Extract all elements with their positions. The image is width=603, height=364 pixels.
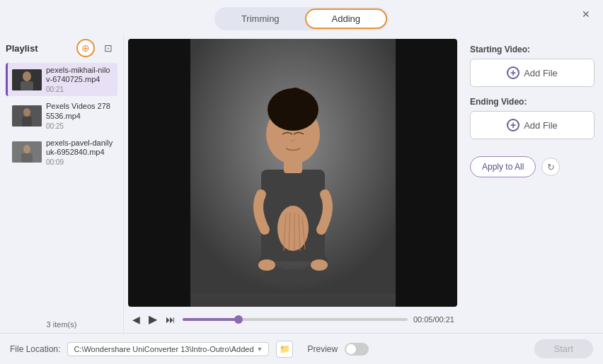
open-folder-button[interactable]: 📁 bbox=[276, 341, 293, 358]
dropdown-chevron-icon: ▼ bbox=[257, 346, 263, 353]
tabs-container: Trimming Adding bbox=[214, 7, 389, 30]
add-file-icon: + bbox=[507, 66, 519, 79]
add-file-icon-2: + bbox=[507, 119, 519, 131]
progress-bar[interactable] bbox=[183, 318, 408, 321]
folder-icon: 📁 bbox=[280, 344, 290, 354]
main-window: Trimming Adding ✕ Playlist ⊕ ⊡ bbox=[0, 0, 603, 364]
sidebar-footer: 3 item(s) bbox=[6, 315, 117, 329]
tab-trimming[interactable]: Trimming bbox=[216, 8, 305, 29]
svg-point-21 bbox=[258, 259, 275, 271]
item-info: pexels-mikhail-nilov-6740725.mp4 00:21 bbox=[46, 66, 113, 93]
time-display: 00:05/00:21 bbox=[413, 315, 454, 324]
play-button[interactable]: ▶ bbox=[147, 311, 159, 327]
starting-video-add-button[interactable]: + Add File bbox=[470, 59, 595, 87]
svg-point-4 bbox=[23, 108, 30, 117]
playlist-header: Playlist ⊕ ⊡ bbox=[6, 39, 117, 57]
svg-rect-8 bbox=[21, 153, 33, 163]
video-frame bbox=[190, 39, 396, 307]
svg-rect-5 bbox=[22, 117, 32, 127]
svg-point-15 bbox=[277, 206, 309, 251]
fast-forward-icon: ⏭ bbox=[166, 314, 176, 325]
thumbnail bbox=[12, 141, 42, 163]
playlist-icons: ⊕ ⊡ bbox=[76, 39, 117, 57]
progress-fill bbox=[183, 318, 236, 321]
file-location-label: File Location: bbox=[10, 344, 60, 354]
ending-video-section: Ending Video: + Add File bbox=[470, 97, 595, 139]
add-to-playlist-button[interactable]: ⊕ bbox=[76, 39, 95, 57]
item-info: Pexels Videos 2785536.mp4 00:25 bbox=[46, 102, 113, 129]
video-bg-svg bbox=[190, 39, 396, 293]
svg-point-1 bbox=[23, 71, 31, 81]
list-item[interactable]: pexels-mikhail-nilov-6740725.mp4 00:21 bbox=[6, 63, 117, 96]
thumbnail bbox=[12, 105, 42, 127]
apply-to-all-button[interactable]: Apply to All bbox=[470, 156, 536, 177]
start-button[interactable]: Start bbox=[534, 339, 593, 358]
title-bar: Trimming Adding ✕ bbox=[0, 0, 603, 35]
rewind-button[interactable]: ◀ bbox=[131, 312, 142, 327]
svg-rect-2 bbox=[21, 81, 33, 90]
item-name: Pexels Videos 2785536.mp4 bbox=[46, 102, 113, 120]
ending-add-file-text: Add File bbox=[524, 120, 558, 131]
progress-thumb bbox=[234, 315, 243, 324]
tab-adding[interactable]: Adding bbox=[305, 8, 387, 29]
playlist-title: Playlist bbox=[6, 43, 38, 54]
list-item[interactable]: pexels-pavel-danilyuk-6952840.mp4 00:09 bbox=[6, 136, 117, 169]
apply-row: Apply to All ↻ bbox=[470, 156, 595, 177]
file-path-text: C:\Wondershare UniConverter 13\Intro-Out… bbox=[74, 345, 253, 353]
sidebar: Playlist ⊕ ⊡ bbox=[0, 35, 124, 333]
right-panel: Starting Video: + Add File Ending Video:… bbox=[461, 35, 603, 333]
svg-point-14 bbox=[286, 88, 304, 106]
list-item[interactable]: Pexels Videos 2785536.mp4 00:25 bbox=[6, 99, 117, 132]
preview-label: Preview bbox=[307, 344, 338, 354]
thumbnail bbox=[12, 69, 42, 90]
rewind-icon: ◀ bbox=[132, 314, 140, 325]
ending-video-add-button[interactable]: + Add File bbox=[470, 111, 595, 139]
starting-video-section: Starting Video: + Add File bbox=[470, 45, 595, 87]
bottom-bar: File Location: C:\Wondershare UniConvert… bbox=[0, 333, 603, 364]
refresh-icon: ↻ bbox=[547, 162, 555, 172]
preview-toggle[interactable] bbox=[345, 343, 369, 356]
video-area: ◀ ▶ ⏭ 00:05/00:21 bbox=[124, 35, 461, 333]
starting-add-file-text: Add File bbox=[524, 68, 558, 78]
ending-video-label: Ending Video: bbox=[470, 97, 595, 107]
item-name: pexels-pavel-danilyuk-6952840.mp4 bbox=[46, 139, 113, 157]
refresh-button[interactable]: ↻ bbox=[541, 158, 560, 176]
add-circle-icon: ⊕ bbox=[81, 42, 90, 54]
close-button[interactable]: ✕ bbox=[579, 7, 593, 21]
item-duration: 00:21 bbox=[46, 86, 113, 93]
playlist-items: pexels-mikhail-nilov-6740725.mp4 00:21 bbox=[6, 63, 117, 169]
play-icon: ▶ bbox=[149, 312, 157, 326]
starting-video-label: Starting Video: bbox=[470, 45, 595, 54]
svg-point-22 bbox=[311, 259, 328, 271]
fast-forward-button[interactable]: ⏭ bbox=[164, 312, 177, 327]
item-duration: 00:09 bbox=[46, 158, 113, 166]
main-content: Playlist ⊕ ⊡ bbox=[0, 35, 603, 333]
item-name: pexels-mikhail-nilov-6740725.mp4 bbox=[46, 66, 113, 84]
toggle-knob bbox=[346, 344, 356, 354]
item-duration: 00:25 bbox=[46, 122, 113, 130]
controls-bar: ◀ ▶ ⏭ 00:05/00:21 bbox=[128, 307, 457, 329]
item-info: pexels-pavel-danilyuk-6952840.mp4 00:09 bbox=[46, 139, 113, 166]
video-player[interactable] bbox=[128, 39, 457, 307]
export-icon: ⊡ bbox=[104, 42, 113, 54]
export-playlist-button[interactable]: ⊡ bbox=[99, 39, 117, 57]
file-path-selector[interactable]: C:\Wondershare UniConverter 13\Intro-Out… bbox=[67, 342, 269, 356]
svg-point-7 bbox=[23, 145, 30, 153]
